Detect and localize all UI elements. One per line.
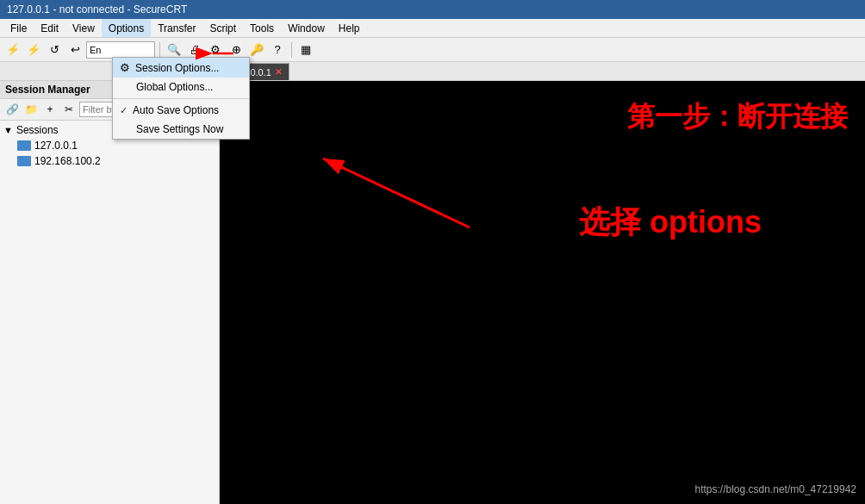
menu-window[interactable]: Window	[281, 19, 332, 37]
session-label-192: 192.168.100.2	[34, 155, 101, 167]
global-options-label: Global Options...	[136, 81, 213, 93]
toolbar-entry-field[interactable]	[86, 41, 155, 59]
svg-line-1	[323, 159, 470, 227]
session-item-192[interactable]: 192.168.100.2	[0, 153, 219, 169]
toolbar-sep-2	[291, 42, 292, 58]
menu-options[interactable]: Options	[102, 19, 151, 37]
session-icon-127	[17, 140, 31, 151]
session-panel: Session Manager 🔗 📁 + ✂ ▼ Sessions 127.0…	[0, 81, 220, 504]
menu-bar: File Edit View Options Transfer Script T…	[0, 19, 865, 38]
dropdown-sep	[113, 98, 249, 99]
toolbar-btn-extra[interactable]: ▦	[296, 40, 315, 59]
session-tree: ▼ Sessions 127.0.0.1 192.168.100.2	[0, 121, 219, 504]
annotation-url: https://blog.csdn.net/m0_47219942	[695, 483, 856, 495]
toolbar-btn-refresh[interactable]: ↺	[45, 40, 64, 59]
menu-script[interactable]: Script	[202, 19, 243, 37]
toolbar-btn-open[interactable]: ⚡	[24, 40, 43, 59]
menu-save-settings[interactable]: Save Settings Now	[113, 120, 249, 139]
menu-transfer[interactable]: Transfer	[151, 19, 202, 37]
menu-session-options[interactable]: ⚙ Session Options...	[113, 58, 249, 78]
annotation-label: 选择 options	[579, 202, 762, 244]
menu-view[interactable]: View	[65, 19, 102, 37]
session-label-127: 127.0.0.1	[34, 140, 78, 152]
session-icon-192	[17, 156, 31, 166]
sp-btn-cut[interactable]: ✂	[60, 101, 78, 118]
menu-file[interactable]: File	[3, 19, 34, 37]
menu-tools[interactable]: Tools	[243, 19, 281, 37]
menu-global-options[interactable]: Global Options...	[113, 78, 249, 96]
save-settings-label: Save Settings Now	[136, 123, 223, 135]
sp-btn-link[interactable]: 🔗	[3, 101, 21, 118]
auto-save-label: Auto Save Options	[133, 104, 219, 116]
title-bar: 127.0.0.1 - not connected - SecureCRT	[0, 0, 865, 19]
toolbar-btn-key[interactable]: 🔑	[247, 40, 266, 59]
session-options-label: Session Options...	[135, 62, 219, 74]
menu-help[interactable]: Help	[332, 19, 367, 37]
sp-btn-folder[interactable]: 📁	[22, 101, 40, 118]
toolbar-sep-1	[159, 42, 160, 58]
folder-chevron-icon: ▼	[3, 125, 13, 135]
check-icon: ✓	[120, 105, 128, 116]
menu-edit[interactable]: Edit	[34, 19, 65, 37]
session-item-127[interactable]: 127.0.0.1	[0, 138, 219, 153]
gear-icon: ⚙	[120, 61, 130, 74]
title-text: 127.0.0.1 - not connected - SecureCRT	[7, 3, 187, 16]
toolbar-btn-help[interactable]: ?	[268, 40, 287, 59]
toolbar-btn-back[interactable]: ↩	[65, 40, 84, 59]
main-layout: Session Manager 🔗 📁 + ✂ ▼ Sessions 127.0…	[0, 81, 865, 504]
terminal-area: 第一步：断开连接 选择 options https://blog.csdn.ne…	[220, 81, 865, 504]
folder-label: Sessions	[16, 124, 59, 136]
sp-btn-add[interactable]: +	[41, 101, 59, 118]
tab-close-btn[interactable]: ✕	[275, 67, 282, 77]
options-dropdown: ⚙ Session Options... Global Options... ✓…	[112, 57, 250, 140]
menu-auto-save[interactable]: ✓ Auto Save Options	[113, 101, 249, 120]
annotation-title: 第一步：断开连接	[627, 98, 848, 136]
toolbar-btn-new[interactable]: ⚡	[3, 40, 22, 59]
annotation-arrow	[297, 150, 487, 253]
